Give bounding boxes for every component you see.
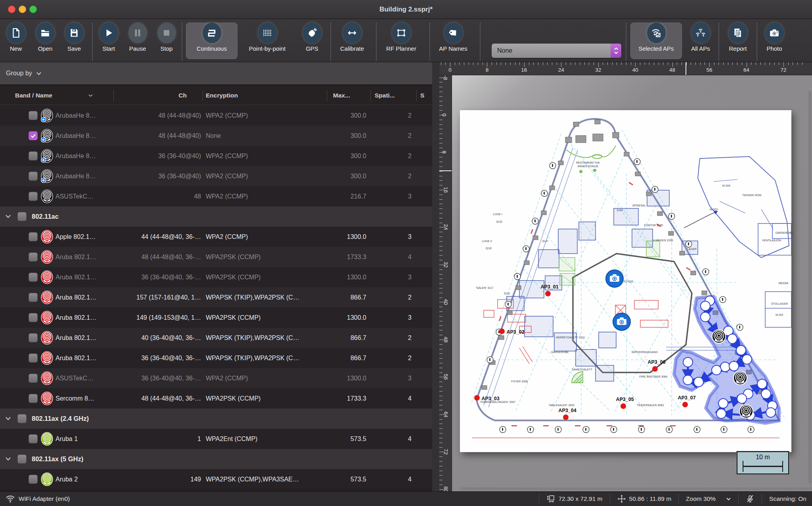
- measured-ap-icon[interactable]: [739, 405, 753, 418]
- network-checkbox[interactable]: [29, 111, 38, 120]
- point-by-point-button[interactable]: Point-by-point: [241, 23, 293, 59]
- measured-ap-icon[interactable]: [733, 371, 747, 385]
- horizontal-scrollbar[interactable]: [460, 487, 812, 490]
- network-row[interactable]: Aruba 802.1… 36 (36-40@40, 36-… WPAPSK (…: [0, 348, 432, 368]
- survey-point[interactable]: [712, 365, 721, 375]
- visualization-stepper[interactable]: [611, 44, 621, 58]
- survey-point[interactable]: [761, 389, 771, 399]
- photo-marker-icon[interactable]: [606, 270, 623, 287]
- network-row[interactable]: ArubaaHe 8… 36 (36-40@40) WPA2 (CCMP) 30…: [0, 146, 432, 166]
- network-checkbox[interactable]: [29, 333, 38, 342]
- network-checkbox[interactable]: [29, 172, 38, 181]
- column-header-encryption[interactable]: Encryption: [206, 86, 238, 105]
- selected-aps-button[interactable]: Selected APs: [630, 23, 682, 59]
- group-label: 802.11ax (2.4 GHz): [32, 409, 89, 429]
- network-checkbox[interactable]: [29, 252, 38, 262]
- group-by-control[interactable]: Group by: [0, 62, 432, 85]
- survey-point[interactable]: [736, 346, 746, 355]
- column-header-spatial[interactable]: Spati...: [375, 86, 395, 105]
- group-row[interactable]: 802.11ax (5 GHz): [0, 449, 432, 469]
- survey-point[interactable]: [766, 408, 776, 417]
- toolbar-button-label: RF Planner: [386, 45, 416, 52]
- ap-marker-dot[interactable]: [474, 395, 480, 401]
- visualization-select[interactable]: None: [492, 44, 621, 58]
- group-checkbox[interactable]: [17, 212, 27, 221]
- floor-plan-view[interactable]: RESTAURANT EIKANNEN ETASJE3147LOGE I3132…: [452, 75, 812, 491]
- rf-planner-button[interactable]: RF Planner: [375, 23, 427, 59]
- network-row[interactable]: Sercomm 8… 48 (44-48@40, 36-… WPA2PSK (C…: [0, 388, 432, 409]
- ruler-v-label: 80: [443, 486, 449, 491]
- group-checkbox[interactable]: [17, 414, 27, 423]
- column-header-max-rate[interactable]: Max...: [333, 86, 350, 105]
- ap-marker-dot[interactable]: [682, 402, 688, 407]
- survey-point[interactable]: [737, 394, 747, 403]
- survey-point[interactable]: [701, 312, 710, 322]
- ap-marker-dot[interactable]: [652, 366, 658, 372]
- column-header-channel[interactable]: Ch: [113, 86, 187, 105]
- network-row[interactable]: Aruba 2 149 WPA2PSK (CCMP),WPA3SAE… 573.…: [0, 469, 432, 489]
- ap-marker-dot[interactable]: [620, 403, 626, 409]
- network-checkbox[interactable]: [29, 313, 38, 322]
- network-row[interactable]: ASUSTekC… 48 WPA2 (CCMP) 216.7 3: [0, 186, 432, 206]
- network-checkbox[interactable]: [29, 475, 38, 484]
- survey-point[interactable]: [729, 361, 739, 371]
- column-header-band-name[interactable]: Band / Name: [15, 86, 93, 105]
- measured-ap-icon[interactable]: [712, 330, 726, 343]
- network-row[interactable]: Aruba 1 1 WPA2Ent (CCMP) 573.5 4: [0, 429, 432, 449]
- network-row[interactable]: Aruba 802.1… 149 (149-153@40, 1… WPA2PSK…: [0, 307, 432, 328]
- network-checkbox[interactable]: [29, 394, 38, 403]
- wifi-check-icon: [651, 28, 661, 38]
- network-row[interactable]: ArubaaHe 8… 48 (44-48@40) None 300.0 2: [0, 126, 432, 146]
- network-row[interactable]: Apple 802.1… 44 (44-48@40, 36-… WPA2 (CC…: [0, 227, 432, 247]
- continuous-button[interactable]: Continuous: [186, 23, 237, 59]
- survey-point[interactable]: [716, 409, 726, 418]
- stop-button[interactable]: Stop: [141, 23, 192, 59]
- sound-toggle[interactable]: [739, 492, 762, 506]
- survey-point[interactable]: [742, 355, 752, 364]
- group-row[interactable]: 802.11ax (2.4 GHz): [0, 409, 432, 429]
- ap-marker-dot[interactable]: [563, 414, 569, 420]
- network-row[interactable]: Aruba 802.1… 48 (44-48@40, 36-… WPA2PSK …: [0, 247, 432, 267]
- chevron-down-icon[interactable]: [5, 457, 11, 461]
- ap-marker-dot[interactable]: [545, 291, 551, 296]
- group-checkbox[interactable]: [17, 454, 27, 464]
- network-row[interactable]: ArubaaHe 8… 36 (36-40@40) WPA2 (CCMP) 30…: [0, 166, 432, 186]
- column-header-s[interactable]: S: [420, 86, 424, 105]
- network-row[interactable]: ASUSTekC… 36 (36-40@40, 36-… WPA2 (CCMP)…: [0, 368, 432, 388]
- network-checkbox[interactable]: [29, 353, 38, 363]
- network-checkbox[interactable]: [29, 374, 38, 383]
- zoom-control[interactable]: Zoom 30%: [679, 492, 738, 506]
- network-checkbox[interactable]: [29, 232, 38, 241]
- survey-point[interactable]: [683, 375, 693, 385]
- vertical-scrollbar[interactable]: [808, 91, 811, 483]
- network-checkbox[interactable]: [29, 192, 38, 201]
- survey-point[interactable]: [718, 399, 728, 408]
- network-checkbox[interactable]: [29, 293, 38, 302]
- group-row[interactable]: 802.11ac: [0, 206, 432, 227]
- survey-point[interactable]: [701, 301, 710, 311]
- network-row[interactable]: Aruba 802.1… 36 (36-40@40, 36-… WPA2PSK …: [0, 267, 432, 287]
- network-row[interactable]: Aruba 802.1… 157 (157-161@40, 1… WPAPSK …: [0, 287, 432, 307]
- ap-marker-dot[interactable]: [499, 328, 505, 334]
- network-row[interactable]: ArubaaHe 8… 48 (44-48@40) WPA2 (CCMP) 30…: [0, 105, 432, 126]
- network-max-rate: 1733.3: [327, 247, 366, 267]
- arrows-horizontal-icon: [347, 28, 357, 38]
- network-row[interactable]: Aruba 802.1… 40 (36-40@40, 36-… WPAPSK (…: [0, 328, 432, 348]
- network-checkbox[interactable]: [29, 273, 38, 282]
- survey-point[interactable]: [728, 334, 737, 344]
- survey-point[interactable]: [757, 379, 767, 389]
- survey-point[interactable]: [694, 377, 703, 387]
- network-checkbox[interactable]: [29, 434, 38, 443]
- room-label: M-304: [722, 184, 730, 187]
- network-checkbox[interactable]: [29, 151, 38, 160]
- survey-point[interactable]: [720, 362, 730, 372]
- ap-names-button[interactable]: AP Names: [427, 23, 479, 59]
- network-checkbox[interactable]: [29, 131, 38, 140]
- ruler-v-label: 24: [443, 224, 449, 230]
- network-spatial-streams: 4: [370, 469, 412, 489]
- photo-marker-icon[interactable]: [613, 313, 630, 330]
- survey-point[interactable]: [683, 357, 693, 367]
- chevron-down-icon[interactable]: [5, 416, 11, 420]
- calibrate-button[interactable]: Calibrate: [326, 23, 378, 59]
- chevron-down-icon[interactable]: [5, 214, 11, 218]
